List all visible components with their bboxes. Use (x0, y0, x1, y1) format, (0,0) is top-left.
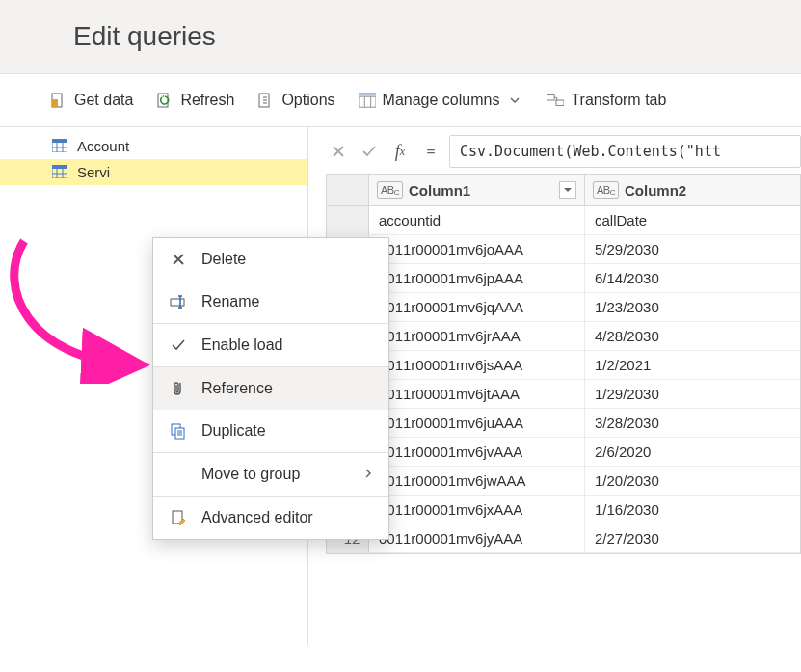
table-row[interactable]: 0011r00001mv6jwAAA1/20/2030 (327, 467, 800, 496)
query-label: Servi (77, 164, 110, 180)
get-data-button[interactable]: Get data (39, 86, 145, 115)
row-number (327, 206, 369, 234)
transform-table-label: Transform tab (571, 92, 666, 109)
menu-duplicate[interactable]: Duplicate (153, 410, 388, 452)
formula-cancel-button[interactable] (326, 139, 351, 164)
cell[interactable]: 0011r00001mv6juAAA (369, 409, 585, 437)
page-title: Edit queries (0, 0, 801, 74)
query-item-service-calls[interactable]: Servi (0, 159, 307, 185)
options-icon (257, 92, 275, 109)
cell[interactable]: 1/2/2021 (585, 351, 800, 379)
rename-icon (169, 292, 188, 311)
manage-columns-label: Manage columns (383, 92, 500, 109)
table-row[interactable]: 0011r00001mv6jpAAA6/14/2030 (327, 264, 800, 293)
formula-input[interactable]: Csv.Document(Web.Contents("htt (449, 135, 801, 168)
rownum-header[interactable] (327, 175, 369, 205)
cell[interactable]: accountid (369, 206, 585, 234)
table-row[interactable]: 0011r00001mv6juAAA3/28/2030 (327, 409, 800, 438)
table-row[interactable]: 120011r00001mv6jyAAA2/27/2030 (327, 524, 800, 553)
table-row[interactable]: 110011r00001mv6jxAAA1/16/2030 (327, 496, 800, 524)
menu-delete[interactable]: Delete (153, 238, 388, 281)
cell[interactable]: 0011r00001mv6jyAAA (369, 524, 585, 552)
get-data-label: Get data (74, 92, 133, 109)
manage-columns-button[interactable]: Manage columns (347, 86, 536, 115)
cell[interactable]: 1/20/2030 (585, 467, 800, 495)
blank-icon (169, 465, 188, 484)
cell[interactable]: 0011r00001mv6jrAAA (369, 322, 585, 350)
query-item-account[interactable]: Account (0, 133, 307, 159)
cell[interactable]: 6/14/2030 (585, 264, 800, 292)
column-header-1[interactable]: ABC Column1 (369, 175, 585, 205)
cell[interactable]: 0011r00001mv6jtAAA (369, 380, 585, 408)
cell[interactable]: 0011r00001mv6jvAAA (369, 438, 585, 466)
column-name: Column1 (409, 182, 470, 199)
refresh-icon (156, 92, 174, 109)
cell[interactable]: 0011r00001mv6jpAAA (369, 264, 585, 292)
grid-header-row: ABC Column1 ABC Column2 (327, 175, 800, 206)
table-row[interactable]: 0011r00001mv6jsAAA1/2/2021 (327, 351, 800, 380)
content-area: Account Servi fx = Csv.Document(Web.Cont… (0, 127, 801, 645)
menu-label: Reference (201, 380, 373, 397)
refresh-button[interactable]: Refresh (145, 86, 246, 115)
cell[interactable]: 0011r00001mv6joAAA (369, 235, 585, 263)
svg-rect-11 (359, 94, 376, 97)
refresh-label: Refresh (180, 92, 234, 109)
svg-rect-24 (171, 299, 184, 306)
column-header-2[interactable]: ABC Column2 (585, 175, 800, 205)
toolbar: Get data Refresh Options Manage columns … (0, 74, 801, 127)
table-icon (52, 165, 67, 180)
cell[interactable]: 0011r00001mv6jwAAA (369, 467, 585, 495)
formula-bar: fx = Csv.Document(Web.Contents("htt (326, 129, 801, 174)
menu-label: Enable load (201, 336, 373, 354)
chevron-down-icon (506, 92, 523, 109)
query-label: Account (77, 138, 129, 154)
options-button[interactable]: Options (246, 86, 346, 115)
table-row[interactable]: 0011r00001mv6jqAAA1/23/2030 (327, 293, 800, 322)
advanced-editor-icon (169, 508, 188, 527)
cell[interactable]: 1/29/2030 (585, 380, 800, 408)
menu-reference[interactable]: Reference (153, 367, 388, 410)
cell[interactable]: 4/28/2030 (585, 322, 800, 350)
cell[interactable]: 1/23/2030 (585, 293, 800, 321)
table-row[interactable]: 0011r00001mv6jrAAA4/28/2030 (327, 322, 800, 351)
options-label: Options (281, 92, 334, 109)
table-row[interactable]: 0011r00001mv6jtAAA1/29/2030 (327, 380, 800, 409)
context-menu: Delete Rename Enable load Reference Dupl… (152, 237, 389, 540)
transform-table-button[interactable]: Transform tab (535, 86, 678, 115)
cell[interactable]: callDate (585, 206, 800, 234)
menu-label: Duplicate (201, 422, 373, 440)
cell[interactable]: 2/27/2030 (585, 524, 800, 552)
type-text-icon: ABC (377, 181, 403, 199)
data-grid: ABC Column1 ABC Column2 accountidcallDat… (326, 174, 801, 554)
cell[interactable]: 3/28/2030 (585, 409, 800, 437)
type-text-icon: ABC (593, 181, 619, 199)
menu-label: Rename (201, 293, 373, 310)
table-row[interactable]: 0011r00001mv6jvAAA2/6/2020 (327, 438, 800, 467)
cell[interactable]: 0011r00001mv6jxAAA (369, 496, 585, 524)
menu-label: Move to group (201, 466, 350, 483)
cell[interactable]: 5/29/2030 (585, 235, 800, 263)
cell[interactable]: 0011r00001mv6jsAAA (369, 351, 585, 379)
formula-confirm-button[interactable] (357, 139, 382, 164)
cell[interactable]: 1/16/2030 (585, 496, 800, 524)
formula-equals: = (418, 143, 443, 160)
cell[interactable]: 2/6/2020 (585, 438, 800, 466)
attachment-icon (169, 379, 188, 398)
menu-move-to-group[interactable]: Move to group (153, 453, 388, 496)
table-row[interactable]: 0011r00001mv6joAAA5/29/2030 (327, 235, 800, 264)
table-row[interactable]: accountidcallDate (327, 206, 800, 235)
svg-rect-2 (158, 94, 168, 107)
page-title-text: Edit queries (73, 21, 216, 51)
delete-icon (169, 250, 188, 269)
column-name: Column2 (625, 182, 686, 199)
fx-icon[interactable]: fx (387, 139, 413, 164)
column-filter-button[interactable] (559, 181, 576, 199)
menu-label: Delete (201, 251, 373, 268)
chevron-right-icon (363, 467, 373, 482)
cell[interactable]: 0011r00001mv6jqAAA (369, 293, 585, 321)
menu-enable-load[interactable]: Enable load (153, 324, 388, 366)
menu-rename[interactable]: Rename (153, 281, 388, 323)
formula-text: Csv.Document(Web.Contents("htt (460, 143, 721, 160)
svg-rect-15 (52, 139, 67, 143)
menu-advanced-editor[interactable]: Advanced editor (153, 497, 388, 539)
